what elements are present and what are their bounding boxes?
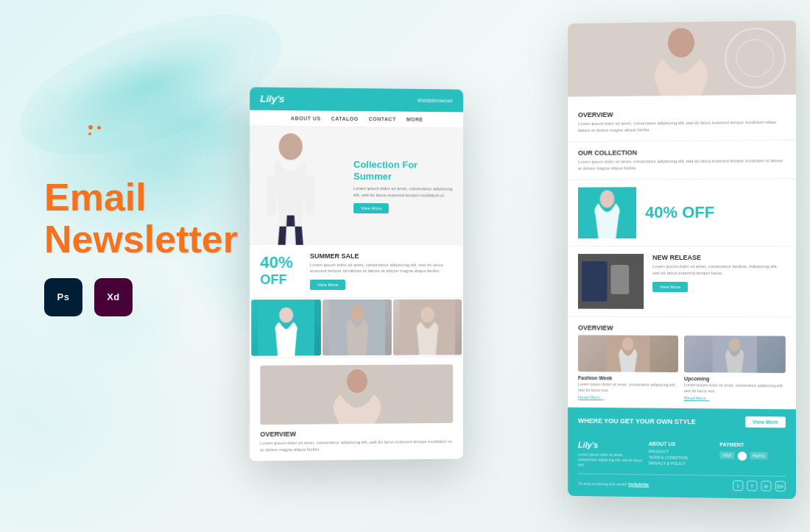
svg-rect-1 bbox=[266, 174, 276, 215]
cta-btn[interactable]: View More bbox=[745, 416, 786, 428]
googleplus-icon[interactable]: G+ bbox=[775, 481, 786, 492]
sale-percentage: 40% OFF bbox=[260, 255, 300, 287]
email-hero-left: Collection For Summer Lorem ipsum dolor … bbox=[250, 127, 463, 246]
new-release-title: NEW RELEASE bbox=[652, 254, 786, 261]
sale-section-left: 40% OFF SUMMER SALE Lorem ipsum dolor si… bbox=[250, 245, 463, 298]
svg-rect-18 bbox=[582, 261, 608, 302]
footer-logo: Lily's bbox=[578, 441, 643, 450]
upcoming-title: Upcoming bbox=[684, 376, 786, 382]
svg-point-22 bbox=[622, 338, 634, 351]
ps-label: Ps bbox=[57, 292, 70, 302]
visa-badge: VISA bbox=[719, 452, 733, 459]
footer-item-terms: TERM & CONDITION bbox=[649, 455, 714, 461]
our-collection-section: OUR COLLECTION Lorem ipsum dolor sit ame… bbox=[568, 141, 796, 180]
brand-logo-left: Lily's bbox=[260, 93, 284, 104]
sale-btn-left[interactable]: View More bbox=[310, 280, 345, 290]
collection-body: Lorem ipsum dolor sit amet, consectetur … bbox=[578, 157, 786, 172]
hero-title-left: Collection For Summer bbox=[353, 159, 456, 182]
fashion-week-title: Fashion Week bbox=[578, 375, 678, 381]
email-card-left: Lily's Webbbrowser ABOUT US CATALOG CONT… bbox=[250, 87, 463, 461]
hero-body-left: Lorem ipsum dolor sit amet, consectetur … bbox=[353, 185, 456, 198]
new-release-btn[interactable]: View More bbox=[652, 282, 688, 292]
svg-rect-2 bbox=[305, 175, 315, 216]
preview-container: Lily's Webbbrowser ABOUT US CATALOG CONT… bbox=[236, 0, 810, 532]
photo-cell-3 bbox=[393, 299, 462, 355]
nav-contact[interactable]: CONTACT bbox=[369, 116, 396, 121]
main-title: Email Newsletter bbox=[44, 177, 238, 260]
facebook-icon[interactable]: f bbox=[747, 481, 757, 492]
overview-cards-section: OVERVIEW Fashion Week Lorem ipsum dolor … bbox=[568, 316, 796, 409]
svg-rect-19 bbox=[610, 265, 629, 294]
overview-two-col: Fashion Week Lorem ipsum dolor sit amet,… bbox=[578, 335, 786, 401]
nav-more[interactable]: MORE bbox=[406, 117, 423, 122]
overview-img-left bbox=[260, 364, 453, 425]
title-line2: Newsletter bbox=[44, 218, 238, 260]
cta-text: WHERE YOU GET YOUR OWN STYLE bbox=[578, 417, 696, 426]
nav-about[interactable]: ABOUT US bbox=[291, 116, 321, 121]
unsub-link[interactable]: UnSubribe bbox=[628, 482, 649, 486]
footer-item-product: PRODUCT bbox=[649, 450, 714, 455]
email-footer-right: Lily's Lorem ipsum dolor sit amet, conse… bbox=[568, 433, 796, 500]
right-overview-title: OVERVIEW bbox=[578, 110, 786, 118]
footer-bottom: To stop receiving this email: UnSubribe … bbox=[578, 474, 786, 492]
overview-section-right: OVERVIEW Fashion Week Lorem ipsum dolor … bbox=[578, 324, 786, 401]
footer-brand-col: Lily's Lorem ipsum dolor sit amet, conse… bbox=[578, 441, 643, 469]
hero-text-left: Collection For Summer Lorem ipsum dolor … bbox=[353, 159, 456, 213]
unsub-text: To stop receiving this email: UnSubribe bbox=[578, 482, 649, 487]
fashion-week-card: Fashion Week Lorem ipsum dolor sit amet,… bbox=[578, 335, 678, 400]
footer-links-col1: ABOUT US PRODUCT TERM & CONDITION PRIVAC… bbox=[649, 441, 714, 469]
left-content-area: Email Newsletter Ps Xd bbox=[44, 177, 238, 316]
overview-title-left: OVERVIEW bbox=[260, 429, 453, 438]
svg-rect-20 bbox=[618, 294, 633, 305]
svg-point-8 bbox=[420, 307, 434, 322]
svg-point-0 bbox=[279, 133, 303, 160]
nav-catalog[interactable]: CATALOG bbox=[331, 116, 359, 121]
photo-cell-2 bbox=[323, 299, 392, 355]
read-more-2[interactable]: Read More... bbox=[684, 396, 786, 401]
unsub-label: To stop receiving this email: bbox=[578, 482, 627, 487]
svg-point-24 bbox=[729, 338, 741, 351]
right-sale-row: 40% OFF bbox=[568, 179, 796, 247]
hero-btn-left[interactable]: View More bbox=[353, 203, 389, 213]
right-ov-title: OVERVIEW bbox=[578, 324, 786, 332]
decorative-dots bbox=[88, 125, 101, 135]
footer-links-col2: PAYMENT VISA ⬤ PayPal bbox=[719, 442, 785, 470]
xd-badge: Xd bbox=[94, 278, 133, 316]
right-overview-area: OVERVIEW Lorem ipsum dolor sit amet, con… bbox=[568, 102, 796, 143]
twitter-icon[interactable]: t bbox=[733, 480, 743, 491]
fashion-week-img bbox=[578, 335, 678, 372]
fashion-week-body: Lorem ipsum dolor sit amet, consectetur … bbox=[578, 382, 678, 394]
social-icons-row: t f in G+ bbox=[733, 480, 786, 492]
email-card-right: OVERVIEW Lorem ipsum dolor sit amet, con… bbox=[568, 21, 796, 500]
new-release-section: NEW RELEASE Lorem ipsum dolor sit amet, … bbox=[568, 247, 796, 318]
right-top-image bbox=[568, 21, 796, 97]
mastercard-icon: ⬤ bbox=[737, 450, 747, 461]
paypal-badge: PayPal bbox=[750, 452, 767, 459]
sale-product-img bbox=[578, 187, 636, 238]
overview-body-left: Lorem ipsum dolor sit amet, consectetur … bbox=[260, 439, 453, 454]
upcoming-body: Lorem ipsum dolor sit amet, consectetur … bbox=[684, 383, 786, 394]
photo-cell-1 bbox=[251, 299, 321, 356]
tool-icons-row: Ps Xd bbox=[44, 278, 238, 316]
footer-item-privacy: PRIVACY & POLICY bbox=[649, 461, 714, 467]
linkedin-icon[interactable]: in bbox=[761, 481, 771, 492]
email-nav-left: ABOUT US CATALOG CONTACT MORE bbox=[250, 110, 463, 129]
new-release-text: NEW RELEASE Lorem ipsum dolor sit amet, … bbox=[652, 254, 786, 309]
right-sale-pct: 40% OFF bbox=[645, 203, 714, 222]
footer-col1-title: ABOUT US bbox=[649, 441, 714, 447]
upcoming-card: Upcoming Lorem ipsum dolor sit amet, con… bbox=[684, 336, 786, 402]
upcoming-img bbox=[684, 336, 786, 373]
collection-title: OUR COLLECTION bbox=[578, 148, 786, 157]
sale-info: SUMMER SALE Lorem ipsum dolor sit amet, … bbox=[310, 252, 453, 290]
cta-banner: WHERE YOU GET YOUR OWN STYLE View More bbox=[568, 408, 796, 436]
read-more-1[interactable]: Read More... bbox=[578, 395, 678, 400]
overview-section-left: OVERVIEW Lorem ipsum dolor sit amet, con… bbox=[250, 356, 463, 461]
svg-point-4 bbox=[279, 307, 293, 322]
new-release-body: Lorem ipsum dolor sit amet, consectetur … bbox=[652, 263, 786, 277]
footer-brand-text: Lorem ipsum dolor sit amet, consectetur … bbox=[578, 453, 643, 469]
email-header-left: Lily's Webbbrowser bbox=[250, 87, 463, 112]
payment-icons: VISA ⬤ PayPal bbox=[719, 450, 785, 461]
hero-woman-svg bbox=[257, 130, 324, 245]
svg-point-16 bbox=[600, 190, 615, 208]
xd-label: Xd bbox=[107, 292, 120, 302]
